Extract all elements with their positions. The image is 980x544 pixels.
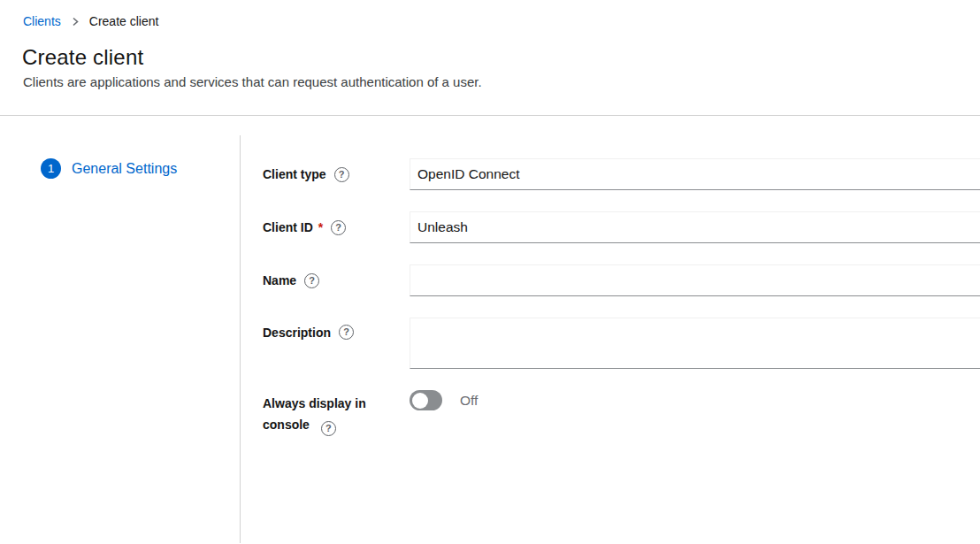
toggle-state-label: Off <box>460 393 478 409</box>
chevron-right-icon <box>71 17 80 27</box>
breadcrumb-current: Create client <box>89 13 159 29</box>
breadcrumb-link-clients[interactable]: Clients <box>23 13 61 29</box>
wizard-step-general-settings[interactable]: 1 General Settings <box>41 158 177 179</box>
name-label: Name <box>263 273 296 287</box>
help-icon[interactable]: ? <box>331 220 346 235</box>
create-client-form: Client type ? Client ID * ? Name ? <box>263 158 980 457</box>
step-number-badge: 1 <box>41 158 61 179</box>
help-icon[interactable]: ? <box>304 273 319 288</box>
breadcrumb: Clients Create client <box>23 13 158 29</box>
description-row: Description ? <box>263 318 980 369</box>
description-label: Description <box>263 326 331 340</box>
client-type-select[interactable] <box>410 158 980 190</box>
description-textarea[interactable] <box>410 318 980 369</box>
required-asterisk: * <box>318 220 323 234</box>
client-id-input[interactable] <box>410 211 980 243</box>
toggle-knob <box>412 393 428 409</box>
client-id-row: Client ID * ? <box>263 211 980 243</box>
help-icon[interactable]: ? <box>339 325 354 340</box>
client-type-row: Client type ? <box>263 158 980 190</box>
client-id-label-group: Client ID * ? <box>263 220 410 235</box>
always-display-row: Always display in console ? Off <box>263 390 980 436</box>
client-type-label: Client type <box>263 167 326 181</box>
page-title: Create client <box>22 45 143 70</box>
always-display-toggle[interactable] <box>410 390 442 410</box>
wizard-step-label: General Settings <box>72 161 177 177</box>
wizard-content-divider <box>240 135 241 543</box>
create-client-page: Clients Create client Create client Clie… <box>0 0 980 544</box>
name-input[interactable] <box>410 264 980 296</box>
description-label-group: Description ? <box>263 318 410 340</box>
always-display-label-group: Always display in console ? <box>263 390 395 436</box>
client-type-label-group: Client type ? <box>263 167 410 182</box>
page-subtitle: Clients are applications and services th… <box>23 74 482 89</box>
header-divider <box>0 115 980 116</box>
help-icon[interactable]: ? <box>334 167 349 182</box>
help-icon[interactable]: ? <box>321 421 336 436</box>
name-label-group: Name ? <box>263 273 410 288</box>
name-row: Name ? <box>263 264 980 296</box>
always-display-label: Always display in console <box>263 396 366 432</box>
client-id-label: Client ID <box>263 220 313 234</box>
